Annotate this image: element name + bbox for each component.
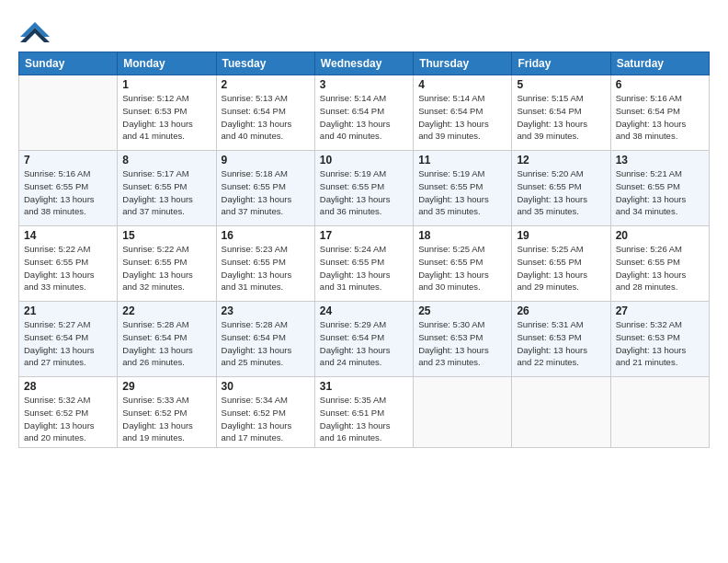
day-info: Sunrise: 5:22 AM Sunset: 6:55 PM Dayligh… bbox=[122, 243, 210, 293]
day-info: Sunrise: 5:31 AM Sunset: 6:53 PM Dayligh… bbox=[517, 318, 605, 369]
day-cell: 28Sunrise: 5:32 AM Sunset: 6:52 PM Dayli… bbox=[19, 377, 118, 448]
day-number: 20 bbox=[616, 229, 704, 242]
day-cell: 10Sunrise: 5:19 AM Sunset: 6:55 PM Dayli… bbox=[314, 151, 413, 226]
day-number: 9 bbox=[222, 154, 310, 167]
day-cell: 6Sunrise: 5:16 AM Sunset: 6:54 PM Daylig… bbox=[610, 75, 709, 151]
day-cell bbox=[19, 75, 118, 151]
day-cell: 25Sunrise: 5:30 AM Sunset: 6:53 PM Dayli… bbox=[414, 302, 512, 377]
logo bbox=[18, 17, 55, 44]
day-info: Sunrise: 5:14 AM Sunset: 6:54 PM Dayligh… bbox=[320, 92, 408, 143]
day-cell: 5Sunrise: 5:15 AM Sunset: 6:54 PM Daylig… bbox=[512, 75, 610, 151]
day-info: Sunrise: 5:19 AM Sunset: 6:55 PM Dayligh… bbox=[320, 167, 408, 218]
day-info: Sunrise: 5:27 AM Sunset: 6:54 PM Dayligh… bbox=[24, 318, 112, 369]
day-cell: 13Sunrise: 5:21 AM Sunset: 6:55 PM Dayli… bbox=[610, 151, 709, 226]
day-cell: 18Sunrise: 5:25 AM Sunset: 6:55 PM Dayli… bbox=[414, 226, 512, 302]
day-info: Sunrise: 5:34 AM Sunset: 6:52 PM Dayligh… bbox=[222, 394, 310, 444]
week-row: 21Sunrise: 5:27 AM Sunset: 6:54 PM Dayli… bbox=[19, 302, 710, 377]
day-number: 29 bbox=[122, 380, 210, 393]
day-cell: 26Sunrise: 5:31 AM Sunset: 6:53 PM Dayli… bbox=[512, 302, 610, 377]
header-cell-thursday: Thursday bbox=[414, 52, 512, 75]
day-number: 17 bbox=[320, 229, 408, 242]
day-number: 19 bbox=[517, 229, 605, 242]
day-number: 21 bbox=[24, 304, 112, 317]
day-cell: 7Sunrise: 5:16 AM Sunset: 6:55 PM Daylig… bbox=[19, 151, 118, 226]
day-cell: 22Sunrise: 5:28 AM Sunset: 6:54 PM Dayli… bbox=[118, 302, 216, 377]
day-cell: 14Sunrise: 5:22 AM Sunset: 6:55 PM Dayli… bbox=[19, 226, 118, 302]
day-cell: 2Sunrise: 5:13 AM Sunset: 6:54 PM Daylig… bbox=[216, 75, 314, 151]
day-number: 7 bbox=[24, 154, 112, 167]
day-info: Sunrise: 5:14 AM Sunset: 6:54 PM Dayligh… bbox=[418, 92, 506, 143]
day-info: Sunrise: 5:20 AM Sunset: 6:55 PM Dayligh… bbox=[517, 167, 605, 218]
day-cell: 1Sunrise: 5:12 AM Sunset: 6:53 PM Daylig… bbox=[118, 75, 216, 151]
calendar-header: SundayMondayTuesdayWednesdayThursdayFrid… bbox=[19, 52, 710, 75]
day-info: Sunrise: 5:12 AM Sunset: 6:53 PM Dayligh… bbox=[122, 92, 210, 143]
day-cell bbox=[512, 377, 610, 448]
day-number: 8 bbox=[122, 154, 210, 167]
week-row: 1Sunrise: 5:12 AM Sunset: 6:53 PM Daylig… bbox=[19, 75, 710, 151]
header-cell-wednesday: Wednesday bbox=[314, 52, 413, 75]
day-cell: 16Sunrise: 5:23 AM Sunset: 6:55 PM Dayli… bbox=[216, 226, 314, 302]
day-cell: 31Sunrise: 5:35 AM Sunset: 6:51 PM Dayli… bbox=[314, 377, 413, 448]
day-number: 18 bbox=[418, 229, 506, 242]
day-info: Sunrise: 5:32 AM Sunset: 6:53 PM Dayligh… bbox=[616, 318, 704, 369]
day-number: 11 bbox=[418, 154, 506, 167]
week-row: 14Sunrise: 5:22 AM Sunset: 6:55 PM Dayli… bbox=[19, 226, 710, 302]
day-info: Sunrise: 5:22 AM Sunset: 6:55 PM Dayligh… bbox=[24, 243, 112, 293]
day-cell: 3Sunrise: 5:14 AM Sunset: 6:54 PM Daylig… bbox=[314, 75, 413, 151]
day-info: Sunrise: 5:18 AM Sunset: 6:55 PM Dayligh… bbox=[222, 167, 310, 218]
day-info: Sunrise: 5:29 AM Sunset: 6:54 PM Dayligh… bbox=[320, 318, 408, 369]
day-cell: 19Sunrise: 5:25 AM Sunset: 6:55 PM Dayli… bbox=[512, 226, 610, 302]
page: SundayMondayTuesdayWednesdayThursdayFrid… bbox=[0, 0, 728, 563]
day-number: 1 bbox=[122, 78, 210, 91]
day-info: Sunrise: 5:30 AM Sunset: 6:53 PM Dayligh… bbox=[418, 318, 506, 369]
day-number: 23 bbox=[222, 304, 310, 317]
header-cell-sunday: Sunday bbox=[19, 52, 118, 75]
week-row: 7Sunrise: 5:16 AM Sunset: 6:55 PM Daylig… bbox=[19, 151, 710, 226]
day-info: Sunrise: 5:33 AM Sunset: 6:52 PM Dayligh… bbox=[122, 394, 210, 444]
day-cell: 24Sunrise: 5:29 AM Sunset: 6:54 PM Dayli… bbox=[314, 302, 413, 377]
day-cell: 11Sunrise: 5:19 AM Sunset: 6:55 PM Dayli… bbox=[414, 151, 512, 226]
day-cell bbox=[610, 377, 709, 448]
day-info: Sunrise: 5:24 AM Sunset: 6:55 PM Dayligh… bbox=[320, 243, 408, 293]
day-number: 15 bbox=[122, 229, 210, 242]
day-cell: 27Sunrise: 5:32 AM Sunset: 6:53 PM Dayli… bbox=[610, 302, 709, 377]
day-number: 2 bbox=[222, 78, 310, 91]
day-number: 6 bbox=[616, 78, 704, 91]
day-info: Sunrise: 5:16 AM Sunset: 6:55 PM Dayligh… bbox=[24, 167, 112, 218]
day-number: 5 bbox=[517, 78, 605, 91]
header-cell-friday: Friday bbox=[512, 52, 610, 75]
day-number: 4 bbox=[418, 78, 506, 91]
day-cell: 15Sunrise: 5:22 AM Sunset: 6:55 PM Dayli… bbox=[118, 226, 216, 302]
header-cell-tuesday: Tuesday bbox=[216, 52, 314, 75]
day-number: 10 bbox=[320, 154, 408, 167]
day-number: 12 bbox=[517, 154, 605, 167]
day-number: 31 bbox=[320, 380, 408, 393]
day-info: Sunrise: 5:35 AM Sunset: 6:51 PM Dayligh… bbox=[320, 394, 408, 444]
header-row: SundayMondayTuesdayWednesdayThursdayFrid… bbox=[19, 52, 710, 75]
day-cell: 9Sunrise: 5:18 AM Sunset: 6:55 PM Daylig… bbox=[216, 151, 314, 226]
day-cell: 23Sunrise: 5:28 AM Sunset: 6:54 PM Dayli… bbox=[216, 302, 314, 377]
day-info: Sunrise: 5:26 AM Sunset: 6:55 PM Dayligh… bbox=[616, 243, 704, 293]
day-cell: 30Sunrise: 5:34 AM Sunset: 6:52 PM Dayli… bbox=[216, 377, 314, 448]
day-number: 22 bbox=[122, 304, 210, 317]
day-info: Sunrise: 5:28 AM Sunset: 6:54 PM Dayligh… bbox=[122, 318, 210, 369]
day-info: Sunrise: 5:28 AM Sunset: 6:54 PM Dayligh… bbox=[222, 318, 310, 369]
day-number: 28 bbox=[24, 380, 112, 393]
day-cell: 17Sunrise: 5:24 AM Sunset: 6:55 PM Dayli… bbox=[314, 226, 413, 302]
day-number: 27 bbox=[616, 304, 704, 317]
header bbox=[18, 17, 710, 44]
day-number: 30 bbox=[222, 380, 310, 393]
day-info: Sunrise: 5:25 AM Sunset: 6:55 PM Dayligh… bbox=[418, 243, 506, 293]
day-info: Sunrise: 5:23 AM Sunset: 6:55 PM Dayligh… bbox=[222, 243, 310, 293]
day-info: Sunrise: 5:13 AM Sunset: 6:54 PM Dayligh… bbox=[222, 92, 310, 143]
day-cell: 21Sunrise: 5:27 AM Sunset: 6:54 PM Dayli… bbox=[19, 302, 118, 377]
day-cell: 8Sunrise: 5:17 AM Sunset: 6:55 PM Daylig… bbox=[118, 151, 216, 226]
day-number: 16 bbox=[222, 229, 310, 242]
day-cell: 29Sunrise: 5:33 AM Sunset: 6:52 PM Dayli… bbox=[118, 377, 216, 448]
day-number: 13 bbox=[616, 154, 704, 167]
week-row: 28Sunrise: 5:32 AM Sunset: 6:52 PM Dayli… bbox=[19, 377, 710, 448]
day-info: Sunrise: 5:21 AM Sunset: 6:55 PM Dayligh… bbox=[616, 167, 704, 218]
day-number: 25 bbox=[418, 304, 506, 317]
day-cell: 20Sunrise: 5:26 AM Sunset: 6:55 PM Dayli… bbox=[610, 226, 709, 302]
day-info: Sunrise: 5:25 AM Sunset: 6:55 PM Dayligh… bbox=[517, 243, 605, 293]
